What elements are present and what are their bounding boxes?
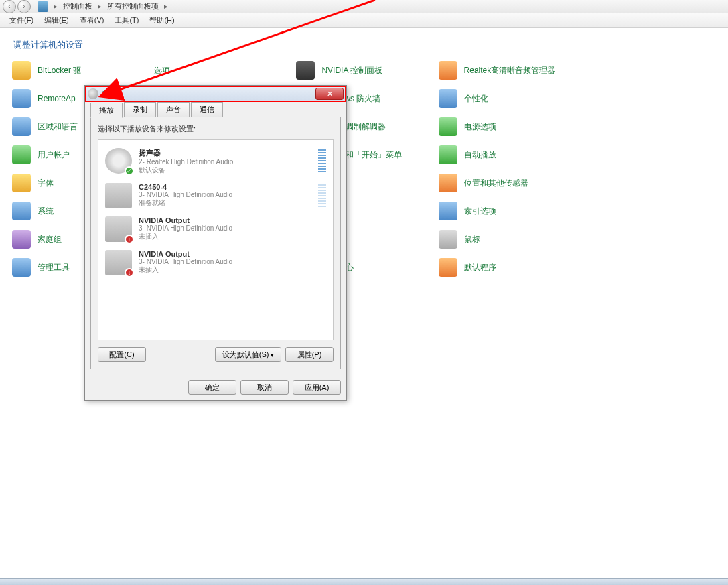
mouse-icon	[439, 230, 457, 249]
taskbar[interactable]	[0, 578, 728, 585]
personalization-icon	[439, 89, 457, 108]
unplugged-badge-icon: ↓	[125, 235, 134, 244]
cp-item-personalization[interactable]: 个性化	[439, 88, 574, 109]
monitor-icon	[105, 183, 132, 208]
breadcrumb-root[interactable]: 控制面板	[63, 1, 92, 11]
device-row[interactable]: ✓ 扬声器 2- Realtek High Definition Audio 默…	[105, 144, 326, 179]
device-list[interactable]: ✓ 扬声器 2- Realtek High Definition Audio 默…	[98, 139, 334, 340]
device-sub: 3- NVIDIA High Definition Audio	[139, 191, 314, 198]
tab-sounds[interactable]: 声音	[157, 102, 190, 117]
cp-item-autoplay[interactable]: 自动播放	[439, 145, 574, 165]
ok-button[interactable]: 确定	[188, 380, 236, 395]
menu-file[interactable]: 文件(F)	[4, 14, 39, 27]
breadcrumb-sep: ▸	[54, 2, 58, 11]
cp-link[interactable]: 电源选项	[464, 121, 496, 133]
properties-button[interactable]: 属性(P)	[285, 347, 334, 362]
device-name: C2450-4	[139, 183, 314, 191]
cp-link[interactable]: 管理工具	[38, 262, 70, 273]
device-row[interactable]: ↓ NVIDIA Output 3- NVIDIA High Definitio…	[105, 212, 326, 246]
menu-tools[interactable]: 工具(T)	[109, 14, 144, 27]
device-sub: 3- NVIDIA High Definition Audio	[139, 258, 326, 265]
cp-item-partial[interactable]: 选项	[154, 60, 289, 80]
instruction-text: 选择以下播放设备来修改设置:	[98, 124, 334, 134]
cp-link[interactable]: RemoteAp	[38, 94, 76, 103]
indexing-icon	[439, 202, 457, 220]
breadcrumb[interactable]: ▸ 控制面板 ▸ 所有控制面板项 ▸	[38, 1, 171, 12]
device-name: 扬声器	[139, 148, 314, 158]
system-icon	[12, 202, 31, 220]
cp-link[interactable]: 选项	[154, 65, 170, 76]
dialog-title-bar[interactable]: 声音 ✕	[85, 86, 346, 102]
cp-link[interactable]: 字体	[38, 178, 54, 189]
cp-link[interactable]: Realtek高清晰音频管理器	[464, 65, 556, 76]
device-status: 未插入	[139, 265, 326, 275]
cp-link[interactable]: 家庭组	[38, 234, 62, 245]
level-meter	[318, 148, 326, 172]
cancel-button[interactable]: 取消	[240, 380, 289, 395]
default-badge-icon: ✓	[125, 166, 134, 176]
dialog-title-text: 声音	[102, 89, 315, 99]
device-info: 扬声器 2- Realtek High Definition Audio 默认设…	[139, 148, 314, 175]
cp-link[interactable]: 鼠标	[464, 234, 480, 245]
cp-item-nvidia-cp[interactable]: NVIDIA 控制面板	[296, 60, 431, 80]
menu-help[interactable]: 帮助(H)	[144, 14, 179, 27]
cp-item-mouse[interactable]: 鼠标	[439, 229, 574, 249]
default-programs-icon	[439, 258, 457, 277]
cp-item-bitlocker[interactable]: BitLocker 驱	[12, 60, 147, 80]
device-status: 默认设备	[139, 166, 314, 175]
breadcrumb-sub[interactable]: 所有控制面板项	[107, 1, 159, 11]
cp-link[interactable]: 自动播放	[464, 149, 496, 161]
cp-item-power[interactable]: 电源选项	[439, 117, 574, 137]
realtek-icon	[439, 61, 457, 80]
cp-link[interactable]: NVIDIA 控制面板	[321, 65, 382, 76]
device-info: NVIDIA Output 3- NVIDIA High Definition …	[139, 216, 326, 241]
configure-button[interactable]: 配置(C)	[98, 347, 146, 362]
cp-link[interactable]: 个性化	[464, 93, 488, 105]
apply-button[interactable]: 应用(A)	[293, 380, 341, 395]
speaker-icon: ✓	[105, 148, 132, 174]
control-panel-icon	[38, 1, 48, 12]
homegroup-icon	[12, 230, 31, 249]
breadcrumb-sep: ▸	[98, 2, 102, 11]
device-row[interactable]: C2450-4 3- NVIDIA High Definition Audio …	[105, 179, 326, 212]
users-icon	[12, 145, 31, 164]
cp-link[interactable]: 系统	[38, 206, 54, 217]
admin-tools-icon	[12, 258, 31, 277]
power-icon	[439, 117, 457, 136]
cp-link[interactable]: 用户帐户	[38, 149, 70, 161]
device-sub: 3- NVIDIA High Definition Audio	[139, 224, 326, 232]
device-name: NVIDIA Output	[139, 250, 326, 258]
page-title: 调整计算机的设置	[0, 28, 728, 58]
menu-view[interactable]: 查看(V)	[74, 14, 110, 27]
tab-body: 选择以下播放设备来修改设置: ✓ 扬声器 2- Realtek High Def…	[90, 117, 341, 369]
dialog-lower-buttons: 配置(C) 设为默认值(S) 属性(P)	[98, 347, 334, 362]
cp-item-realtek[interactable]: Realtek高清晰音频管理器	[439, 60, 574, 80]
cp-item-indexing[interactable]: 索引选项	[439, 201, 574, 221]
unplugged-badge-icon: ↓	[125, 268, 134, 277]
menu-edit[interactable]: 编辑(E)	[39, 14, 74, 27]
cp-item-default-programs[interactable]: 默认程序	[439, 257, 574, 277]
cp-link[interactable]: BitLocker 驱	[38, 65, 81, 76]
tab-recording[interactable]: 录制	[124, 102, 156, 117]
fonts-icon	[12, 174, 31, 192]
sound-dialog: 声音 ✕ 播放 录制 声音 通信 选择以下播放设备来修改设置: ✓ 扬声器 2-…	[84, 85, 347, 401]
cp-item-location[interactable]: 位置和其他传感器	[439, 173, 574, 193]
device-status: 准备就绪	[139, 198, 314, 208]
cp-link[interactable]: 位置和其他传感器	[464, 178, 528, 189]
bitlocker-icon	[12, 61, 31, 80]
monitor-icon: ↓	[105, 250, 132, 275]
device-row[interactable]: ↓ NVIDIA Output 3- NVIDIA High Definitio…	[105, 246, 326, 279]
tab-communications[interactable]: 通信	[191, 102, 223, 117]
nvidia-icon	[296, 61, 315, 80]
remoteapp-icon	[12, 89, 31, 108]
cp-link[interactable]: 默认程序	[464, 262, 496, 273]
device-info: C2450-4 3- NVIDIA High Definition Audio …	[139, 183, 314, 208]
tab-playback[interactable]: 播放	[90, 103, 123, 118]
back-button[interactable]: ‹	[3, 0, 16, 13]
close-button[interactable]: ✕	[315, 88, 344, 100]
cp-link[interactable]: 区域和语言	[38, 121, 78, 133]
cp-link[interactable]: 索引选项	[464, 206, 496, 217]
forward-button[interactable]: ›	[17, 0, 31, 13]
set-default-button[interactable]: 设为默认值(S)	[215, 347, 281, 362]
menu-bar: 文件(F) 编辑(E) 查看(V) 工具(T) 帮助(H)	[0, 13, 728, 28]
